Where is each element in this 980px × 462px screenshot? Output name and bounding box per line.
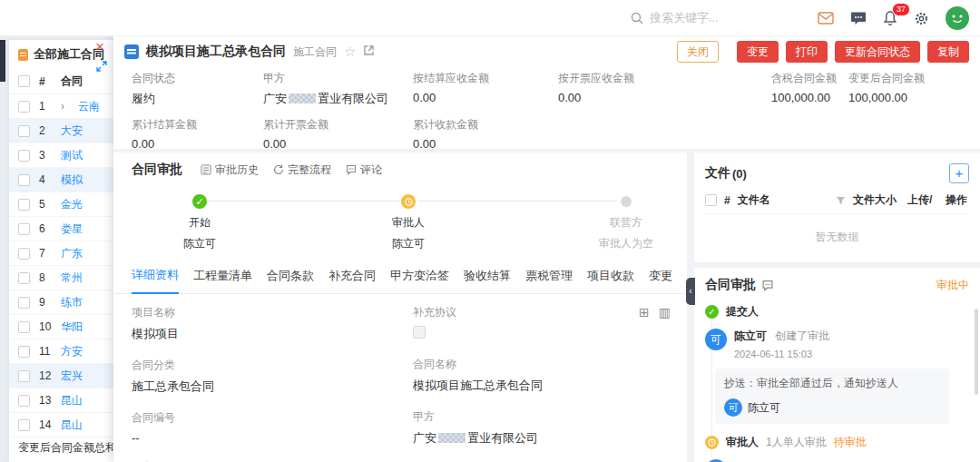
field-label: 合同分类 [132,358,399,373]
history-icon [201,164,211,175]
notifications-bell-icon[interactable]: 37 [883,10,897,26]
approval-panel-header: 合同审批 审批中 [705,277,969,293]
add-file-button[interactable] [949,163,969,183]
collapsed-sidebar-edge[interactable] [0,40,5,82]
row-index: 3 [39,149,52,162]
field-value: 100,000.00 [771,91,848,104]
summary-row-1: 合同状态 履约 甲方 广安置业有限公司 按结算应收金额 0.00 按开票应收金额… [132,71,973,107]
approval-flow-title: 合同审批 [132,162,182,178]
row-checkbox[interactable] [18,346,30,358]
flow-node-approver: 审批人 陈立可 [354,183,463,251]
contract-link[interactable]: 娄星 [61,221,83,237]
row-checkbox[interactable] [18,101,30,113]
row-checkbox[interactable] [18,395,30,407]
mail-icon[interactable] [818,12,834,25]
tab-project-receipt[interactable]: 项目收款 [587,268,634,293]
contract-link[interactable]: 昆山 [61,393,83,408]
select-all-checkbox[interactable] [705,194,717,206]
change-button[interactable]: 变更 [737,41,779,63]
row-checkbox[interactable] [18,248,30,260]
row-checkbox[interactable] [18,223,30,235]
tab-boq[interactable]: 工程量清单 [193,268,252,293]
user-avatar[interactable] [946,6,969,30]
party-a-link[interactable]: 广安置业有限公司 [263,91,413,107]
full-process-button[interactable]: 完整流程 [273,162,331,178]
panel-collapse-handle[interactable] [686,278,695,305]
row-checkbox[interactable] [18,272,30,284]
update-status-button[interactable]: 更新合同状态 [835,41,920,63]
row-checkbox[interactable] [18,150,30,162]
submitter-entry: 可 陈立可 创建了审批 2024-06-11 15:03 [705,329,969,359]
search-placeholder: 搜索关键字... [650,10,719,26]
avatar[interactable]: 可 [705,329,727,350]
field-label: 累计结算金额 [132,117,263,133]
row-checkbox[interactable] [18,321,30,333]
tab-details[interactable]: 详细资料 [132,267,179,294]
contract-link[interactable]: 金光 [61,197,83,212]
row-checkbox[interactable] [18,174,30,186]
field-label: 按开票应收金额 [558,71,771,86]
row-checkbox[interactable] [18,370,30,382]
row-checkbox[interactable] [18,125,30,137]
contract-link[interactable]: 练市 [61,295,83,310]
drawer-expand-icon[interactable] [96,61,107,74]
field-value: 100,000.00 [848,91,925,104]
field-label: 合同状态 [132,71,263,86]
person-name: 陈立可 [734,329,767,342]
row-checkbox[interactable] [18,297,30,309]
vertical-scrollbar[interactable] [975,309,978,395]
row-expand-icon[interactable] [61,100,69,113]
copy-button[interactable]: 复制 [927,41,969,63]
close-button[interactable]: 关闭 [677,41,719,63]
node-person: 陈立可 [145,236,254,251]
comment-button[interactable]: 评论 [346,162,382,178]
contract-link[interactable]: 广东 [61,246,83,261]
print-button[interactable]: 打印 [786,41,828,63]
node-title: 联营方 [572,215,681,231]
tab-supplement[interactable]: 补充合同 [328,268,376,293]
field-total-settled: 累计结算金额 0.00 [132,117,263,151]
contract-link[interactable]: 常州 [61,270,83,286]
supplement-checkbox[interactable] [413,326,426,339]
global-search-input[interactable]: 搜索关键字... [631,0,719,36]
field-contract-amount: 含税合同金额 100,000.00 [771,71,848,107]
tab-terms[interactable]: 合同条款 [267,268,314,293]
tab-invoice-tax[interactable]: 票税管理 [525,268,573,293]
avatar[interactable]: 可 [724,398,742,417]
chat-icon[interactable] [850,11,867,25]
approval-history-button[interactable]: 审批历史 [201,162,259,178]
field-label: 累计开票金额 [263,117,413,133]
row-checkbox[interactable] [18,199,30,211]
row-checkbox[interactable] [18,419,30,431]
contract-link[interactable]: 华阳 [61,319,83,335]
files-column-header: # 文件名 文件大小 上传/ 操作 [705,187,969,214]
files-header: 文件 (0) [705,163,969,183]
select-all-checkbox[interactable] [18,75,30,87]
row-index: 7 [39,247,52,260]
settings-gear-icon[interactable] [914,11,929,26]
tab-acceptance[interactable]: 验收结算 [464,268,511,293]
row-index: 13 [39,394,52,407]
open-external-icon[interactable] [363,44,375,59]
contract-link[interactable]: 宏兴 [61,369,83,384]
contract-link[interactable]: 方安 [61,344,83,359]
tab-party-a-change[interactable]: 甲方变洽签 [390,268,449,293]
row-index: 14 [39,418,52,431]
name-column-header: 合同 [61,74,83,89]
party-a-link[interactable]: 广安置业有限公司 [413,431,538,445]
detail-tabs: 详细资料 工程量清单 合同条款 补充合同 甲方变洽签 验收结算 票税管理 项目收… [113,261,687,294]
drawer-close-icon[interactable] [95,39,104,54]
project-link[interactable]: 模拟项目 [132,327,179,340]
contract-link[interactable]: 测试 [61,148,83,163]
favorite-star-icon[interactable] [344,44,356,60]
comment-icon[interactable] [761,280,774,291]
contract-link[interactable]: 大安 [61,123,83,139]
contract-link[interactable]: 云南 [78,99,100,114]
flow-node-start: 开始 陈立可 [145,183,254,251]
filter-funnel-icon[interactable] [836,196,846,205]
tab-change[interactable]: 变更 [649,268,672,293]
clock-circle-icon [401,194,416,209]
contract-link[interactable]: 昆山 [61,418,83,433]
contract-link[interactable]: 模拟 [61,172,83,188]
contract-list-title: 全部施工合同 [34,46,104,63]
